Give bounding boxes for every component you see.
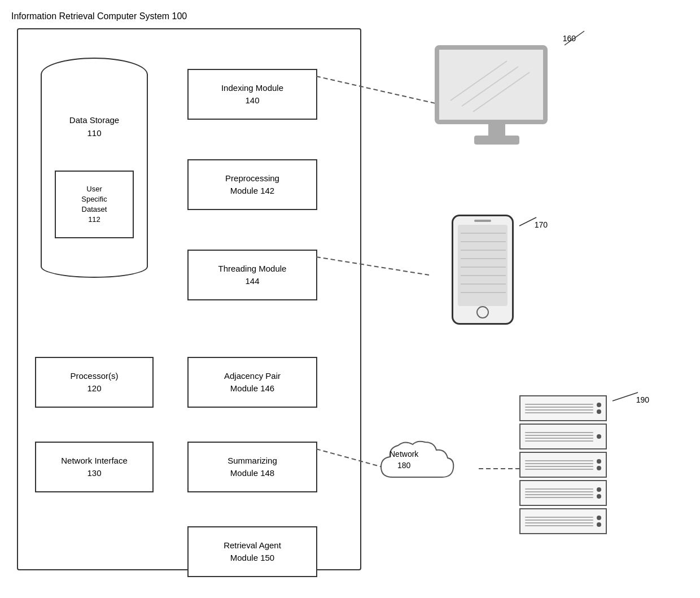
monitor-device: 160	[435, 45, 559, 169]
phone-screen	[458, 225, 508, 306]
server-unit-2	[519, 424, 607, 449]
monitor-bezel	[435, 45, 548, 124]
summarizing-module-label: SummarizingModule 148	[228, 455, 277, 480]
server-rack: 190	[519, 395, 615, 553]
indexing-module-label: Indexing Module140	[221, 82, 283, 107]
retrieval-module-label: Retrieval AgentModule 150	[224, 539, 281, 565]
retrieval-module-box: Retrieval AgentModule 150	[187, 526, 317, 577]
server-unit-4	[519, 480, 607, 506]
server-unit-1	[519, 395, 607, 421]
monitor-neck	[488, 124, 505, 136]
diagram-container: Information Retrieval Computer System 10…	[11, 11, 689, 587]
monitor-screen	[439, 50, 543, 120]
phone-body	[452, 215, 514, 325]
user-dataset-label: UserSpecificDataset112	[81, 184, 107, 225]
network-interface-box: Network Interface130	[35, 442, 154, 492]
summarizing-module-box: SummarizingModule 148	[187, 442, 317, 492]
svg-line-17	[613, 392, 638, 401]
phone-speaker	[474, 220, 491, 222]
indexing-module-box: Indexing Module140	[187, 69, 317, 120]
processor-label: Processor(s)120	[70, 370, 118, 395]
server-unit-5	[519, 508, 607, 534]
svg-line-16	[519, 217, 536, 226]
phone-button	[476, 306, 489, 318]
preprocessing-module-label: PreprocessingModule 142	[225, 172, 279, 198]
adjacency-module-box: Adjacency PairModule 146	[187, 357, 317, 408]
network-cloud: Network 180	[375, 432, 466, 500]
threading-module-box: Threading Module144	[187, 250, 317, 300]
cloud-label: Network 180	[390, 449, 418, 471]
network-interface-label: Network Interface130	[61, 455, 128, 480]
server-unit-3	[519, 452, 607, 478]
svg-line-7	[565, 31, 584, 45]
processor-box: Processor(s)120	[35, 357, 154, 408]
threading-module-label: Threading Module144	[218, 263, 287, 288]
preprocessing-module-box: PreprocessingModule 142	[187, 159, 317, 210]
user-dataset-box: UserSpecificDataset112	[55, 171, 134, 238]
adjacency-module-label: Adjacency PairModule 146	[224, 370, 281, 395]
diagram-title: Information Retrieval Computer System 10…	[11, 11, 689, 21]
data-storage-cylinder: Data Storage 110 UserSpecificDataset112	[41, 58, 148, 317]
monitor-base	[474, 136, 519, 145]
data-storage-label: Data Storage 110	[41, 114, 148, 139]
phone-device: 170	[452, 215, 519, 333]
system-box: Data Storage 110 UserSpecificDataset112 …	[17, 28, 361, 570]
